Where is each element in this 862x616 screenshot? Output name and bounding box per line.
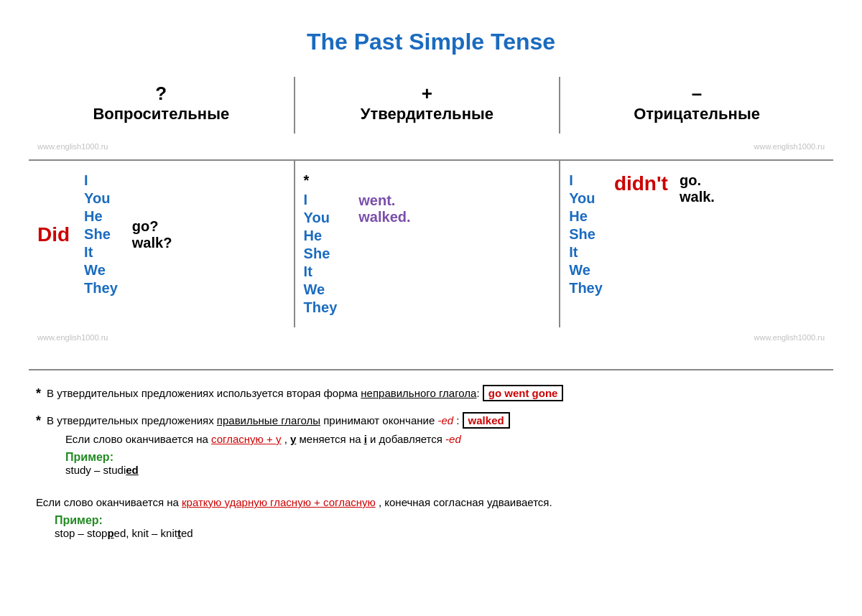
neg-pronoun-we: We xyxy=(569,262,603,279)
question-content-cell: Did I You He She It We They go? walk? xyxy=(37,172,285,297)
aff-pronoun-she: She xyxy=(304,246,338,262)
aff-pronoun-we: We xyxy=(304,281,338,298)
did-word: Did xyxy=(37,223,70,246)
note3-text: Если слово оканчивается на краткую ударн… xyxy=(36,494,826,511)
note3-end: , конечная согласная удваивается. xyxy=(379,496,552,508)
note1-text: В утвердительных предложениях использует… xyxy=(47,385,563,402)
example2-bold2: t xyxy=(177,527,181,539)
pronoun-i: I xyxy=(84,172,118,189)
note1-colon: : xyxy=(476,387,482,399)
aff-verb-walked: walked. xyxy=(358,209,410,225)
aff-pronoun-it: It xyxy=(304,263,338,280)
note2-line2-ed: -ed xyxy=(445,433,461,445)
pronoun-you: You xyxy=(84,190,118,207)
example1-block: Пример: study – studied xyxy=(65,451,510,477)
note2-ed: -ed xyxy=(437,414,453,426)
question-header-cell: ? Вопросительные xyxy=(37,83,285,128)
notes-section: * В утвердительных предложениях использу… xyxy=(29,385,833,540)
example1-content: study – studied xyxy=(65,464,139,476)
watermark-left: www.english1000.ru xyxy=(37,142,108,151)
negative-verbs: go. walk. xyxy=(680,172,715,205)
bottom-rule xyxy=(29,369,833,370)
question-pronouns: I You He She It We They xyxy=(84,172,118,297)
pronoun-he: He xyxy=(84,208,118,225)
pronoun-we: We xyxy=(84,262,118,279)
didnt-word: didn't xyxy=(614,172,668,195)
note2-underline: правильные глаголы xyxy=(217,414,320,426)
note1-box: go went gone xyxy=(483,385,564,401)
note2-middle: принимают окончание xyxy=(323,414,437,426)
aff-pronoun-they: They xyxy=(304,299,338,316)
note2-line2-y: y xyxy=(290,433,296,445)
note3-row: Если слово оканчивается на краткую ударн… xyxy=(36,494,826,540)
note2-content: В утвердительных предложениях правильные… xyxy=(47,412,510,484)
watermark-row: www.english1000.ru www.english1000.ru xyxy=(37,142,825,151)
watermark-bottom-right: www.english1000.ru xyxy=(754,333,825,342)
neg-pronoun-she: She xyxy=(569,226,603,243)
note2-line1: В утвердительных предложениях правильные… xyxy=(47,412,510,429)
note2-line2-i: i xyxy=(364,433,367,445)
negative-symbol: – xyxy=(569,83,825,105)
affirmative-header-cell: + Утвердительные xyxy=(304,83,551,128)
note1-star: * xyxy=(36,386,41,401)
question-label: Вопросительные xyxy=(93,105,229,123)
note2-line2-middle: меняется на xyxy=(299,433,363,445)
neg-pronoun-i: I xyxy=(569,172,603,189)
note2-line2-end: и добавляется xyxy=(370,433,445,445)
watermark-bottom-left: www.english1000.ru xyxy=(37,333,108,342)
note3-prefix: Если слово оканчивается на xyxy=(36,496,182,508)
aff-pronoun-i: I xyxy=(304,192,338,208)
neg-pronoun-he: He xyxy=(569,208,603,225)
note2-star: * xyxy=(36,414,41,429)
example2-bold1: p xyxy=(107,527,113,539)
aff-pronoun-you: You xyxy=(304,210,338,226)
note2-line2: Если слово оканчивается на согласную + y… xyxy=(65,431,510,448)
example1-bold: ed xyxy=(126,464,139,476)
neg-pronoun-you: You xyxy=(569,190,603,207)
affirmative-symbol: + xyxy=(304,83,551,105)
affirmative-content-cell: * I You He She It We They went. walked. xyxy=(304,172,551,316)
pronoun-they: They xyxy=(84,280,118,297)
example2-label: Пример: xyxy=(55,514,103,526)
pronoun-she: She xyxy=(84,226,118,243)
example2-content: stop – stopped, knit – knitted xyxy=(55,527,193,539)
page-title: The Past Simple Tense xyxy=(29,29,833,55)
example1-label: Пример: xyxy=(65,451,113,463)
note2-line2-link: согласную + y xyxy=(211,433,281,445)
neg-verb-walk: walk. xyxy=(680,189,715,205)
neg-pronoun-they: They xyxy=(569,280,603,297)
note2-colon: : xyxy=(456,414,462,426)
note-1-row: * В утвердительных предложениях использу… xyxy=(36,385,826,402)
example2-block: Пример: stop – stopped, knit – knitted xyxy=(55,514,826,540)
watermark-right: www.english1000.ru xyxy=(754,142,825,151)
main-grammar-table: ? Вопросительные + Утвердительные – Отри… xyxy=(29,77,833,347)
note2-prefix: В утвердительных предложениях xyxy=(47,414,214,426)
affirmative-pronouns: I You He She It We They xyxy=(304,192,338,316)
affirmative-verbs: went. walked. xyxy=(358,192,410,225)
question-verb-walk: walk? xyxy=(132,235,172,251)
question-verb-go: go? xyxy=(132,218,172,235)
negative-header-cell: – Отрицательные xyxy=(569,83,825,128)
pronoun-it: It xyxy=(84,244,118,261)
aff-pronoun-he: He xyxy=(304,228,338,244)
note2-line2-comma: , xyxy=(284,433,290,445)
negative-pronouns: I You He She It We They xyxy=(569,172,603,297)
note3-link: краткую ударную гласную + согласную xyxy=(182,496,376,508)
neg-verb-go: go. xyxy=(680,172,715,189)
affirmative-label: Утвердительные xyxy=(361,105,493,123)
question-verbs: go? walk? xyxy=(132,218,172,251)
note-2-row: * В утвердительных предложениях правильн… xyxy=(36,412,826,484)
negative-label: Отрицательные xyxy=(634,105,760,123)
negative-content-cell: I You He She It We They didn't go. walk. xyxy=(569,172,825,297)
neg-pronoun-it: It xyxy=(569,244,603,261)
aff-verb-went: went. xyxy=(358,192,410,209)
note2-box: walked xyxy=(463,412,510,429)
watermark-bottom-row: www.english1000.ru www.english1000.ru xyxy=(37,333,825,342)
note2-line2-prefix: Если слово оканчивается на xyxy=(65,433,211,445)
star-mark: * xyxy=(304,172,338,189)
note1-underline: неправильного глагола xyxy=(361,387,476,399)
question-symbol: ? xyxy=(37,83,285,105)
note1-prefix: В утвердительных предложениях использует… xyxy=(47,387,358,399)
